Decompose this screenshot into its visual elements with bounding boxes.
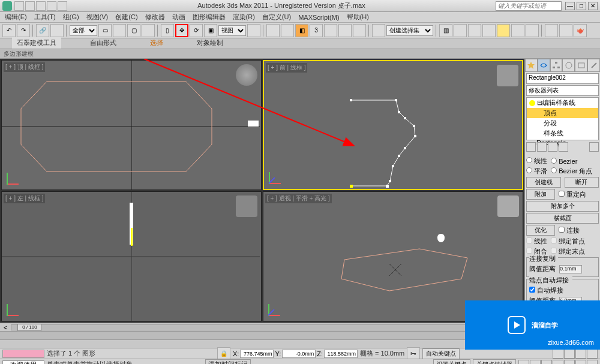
scale-tool-button[interactable]: ▣ xyxy=(204,24,217,37)
connect-checkbox[interactable]: 连接 xyxy=(559,226,580,235)
configure-sets-icon[interactable] xyxy=(589,142,599,152)
menu-view[interactable]: 视图(V) xyxy=(86,13,109,22)
zoom-icon[interactable] xyxy=(518,360,529,365)
key-filters-button[interactable]: 关键点过滤器 xyxy=(473,359,516,365)
radio-linear[interactable]: 线性 xyxy=(526,157,547,166)
time-slider-thumb[interactable]: 0 / 100 xyxy=(17,324,41,331)
render-frame-icon[interactable] xyxy=(559,24,572,37)
app-icon[interactable] xyxy=(2,1,12,11)
prev-frame-icon[interactable] xyxy=(564,349,575,359)
move-tool-button[interactable]: ✥ xyxy=(175,24,188,37)
pin-stack-icon[interactable] xyxy=(526,142,536,152)
viewport-left[interactable]: [ + ] 左 | 线框 ] xyxy=(1,191,262,321)
attach-mult-button[interactable]: 附加多个 xyxy=(526,201,599,212)
spinner-snap-icon[interactable] xyxy=(338,24,352,37)
goto-start-icon[interactable] xyxy=(553,349,563,359)
menu-tools[interactable]: 工具(T) xyxy=(34,13,56,22)
zoom-all-icon[interactable] xyxy=(530,360,541,365)
mirror-icon[interactable]: ▥ xyxy=(439,24,452,37)
modifier-list-select[interactable]: 修改器列表 xyxy=(526,85,599,96)
make-unique-icon[interactable] xyxy=(548,142,557,152)
menu-customize[interactable]: 自定义(U) xyxy=(262,13,291,22)
rect-select-icon[interactable]: ▢ xyxy=(127,24,140,37)
unlink-icon[interactable] xyxy=(50,24,64,37)
maximize-button[interactable]: □ xyxy=(577,2,586,10)
ribbon-tab-freeform[interactable]: 自由形式 xyxy=(85,37,121,49)
threshold-spinner[interactable]: 0.1mm xyxy=(559,265,582,273)
show-end-result-icon[interactable] xyxy=(537,142,547,152)
viewport-front[interactable]: [ + ] 前 | 线框 ] xyxy=(263,60,523,190)
ribbon-toggle-icon[interactable] xyxy=(482,24,496,37)
render-icon[interactable]: 🫖 xyxy=(574,24,587,37)
auto-weld-checkbox[interactable]: 自动焊接 xyxy=(529,286,563,295)
qa-save-icon[interactable] xyxy=(36,1,46,11)
undo-icon[interactable]: ↶ xyxy=(2,24,16,37)
curve-editor-icon[interactable] xyxy=(497,24,510,37)
minimize-button[interactable]: — xyxy=(565,2,575,10)
material-editor-icon[interactable] xyxy=(526,24,539,37)
link-icon[interactable]: 🔗 xyxy=(36,24,49,37)
break-button[interactable]: 断开 xyxy=(565,177,599,188)
help-search-input[interactable] xyxy=(496,1,562,11)
linear-checkbox[interactable]: 线性 xyxy=(526,237,547,246)
qa-new-icon[interactable] xyxy=(14,1,24,11)
reorient-checkbox[interactable]: 重定向 xyxy=(559,190,599,199)
ribbon-tab-graphite[interactable]: 石墨建模工具 xyxy=(12,37,61,49)
schematic-view-icon[interactable] xyxy=(511,24,524,37)
qa-redo-icon[interactable] xyxy=(58,1,67,11)
create-tab-icon[interactable] xyxy=(525,59,538,72)
menu-modifiers[interactable]: 修改器 xyxy=(145,13,165,22)
select-object-icon[interactable]: ▯ xyxy=(161,24,174,37)
script-listener-mini[interactable] xyxy=(2,350,44,358)
refine-button[interactable]: 优化 xyxy=(526,225,555,236)
add-time-tag[interactable]: 添加时间标记 xyxy=(205,359,251,364)
selection-filter-select[interactable]: 全部 xyxy=(70,25,97,36)
window-crossing-icon[interactable] xyxy=(142,24,155,37)
radio-bezier[interactable]: Bezier xyxy=(551,158,577,165)
radio-smooth[interactable]: 平滑 xyxy=(526,167,547,176)
menu-animation[interactable]: 动画 xyxy=(172,13,185,22)
menu-help[interactable]: 帮助(H) xyxy=(347,13,369,22)
utilities-tab-icon[interactable] xyxy=(587,59,600,72)
menu-maxscript[interactable]: MAXScript(M) xyxy=(298,14,339,21)
set-key-button[interactable]: 设置关键点 xyxy=(433,359,470,365)
remove-modifier-icon[interactable] xyxy=(559,142,568,152)
align-icon[interactable] xyxy=(454,24,467,37)
coord-x-input[interactable] xyxy=(240,350,274,358)
menu-create[interactable]: 创建(C) xyxy=(115,13,137,22)
named-set-edit-icon[interactable] xyxy=(372,24,385,37)
pivot-icon[interactable] xyxy=(247,24,260,37)
percent-snap-icon[interactable] xyxy=(324,24,337,37)
orbit-icon[interactable] xyxy=(575,360,586,365)
viewport-top[interactable]: [ + ] 顶 | 线框 ] xyxy=(1,60,262,190)
snap-toggle-button[interactable]: ◧ xyxy=(295,24,308,37)
object-name-field[interactable]: Rectangle002 xyxy=(526,73,599,84)
bind-first-checkbox[interactable]: 绑定首点 xyxy=(551,237,585,246)
coord-z-input[interactable] xyxy=(324,350,358,358)
radio-bezier-corner[interactable]: Bezier 角点 xyxy=(551,167,592,176)
fov-icon[interactable] xyxy=(553,360,563,365)
qa-open-icon[interactable] xyxy=(25,1,35,11)
rotate-tool-button[interactable]: ⟳ xyxy=(190,24,203,37)
menu-edit[interactable]: 编辑(E) xyxy=(5,13,27,22)
play-icon[interactable] xyxy=(575,349,586,359)
cross-section-button[interactable]: 横截面 xyxy=(526,213,599,224)
bind-last-checkbox[interactable]: 绑定末点 xyxy=(551,247,585,256)
next-frame-icon[interactable] xyxy=(587,349,598,359)
select-icon[interactable]: ▭ xyxy=(98,24,112,37)
manipulate-icon[interactable] xyxy=(266,24,280,37)
named-selection-select[interactable]: 创建选择集 xyxy=(386,25,433,36)
render-setup-icon[interactable] xyxy=(545,24,558,37)
maximize-viewport-icon[interactable] xyxy=(587,360,598,365)
zoom-extents-icon[interactable] xyxy=(541,360,552,365)
attach-button[interactable]: 附加 xyxy=(526,189,555,200)
ref-coord-select[interactable]: 视图 xyxy=(218,25,246,36)
menu-render[interactable]: 渲染(R) xyxy=(233,13,255,22)
pan-icon[interactable] xyxy=(564,360,575,365)
motion-tab-icon[interactable] xyxy=(562,59,575,72)
ribbon-tab-paint[interactable]: 对象绘制 xyxy=(192,37,228,49)
menu-graph[interactable]: 图形编辑器 xyxy=(193,13,226,22)
modify-tab-icon[interactable] xyxy=(538,59,550,72)
keyboard-shortcut-icon[interactable] xyxy=(281,24,294,37)
select-name-icon[interactable] xyxy=(113,24,126,37)
